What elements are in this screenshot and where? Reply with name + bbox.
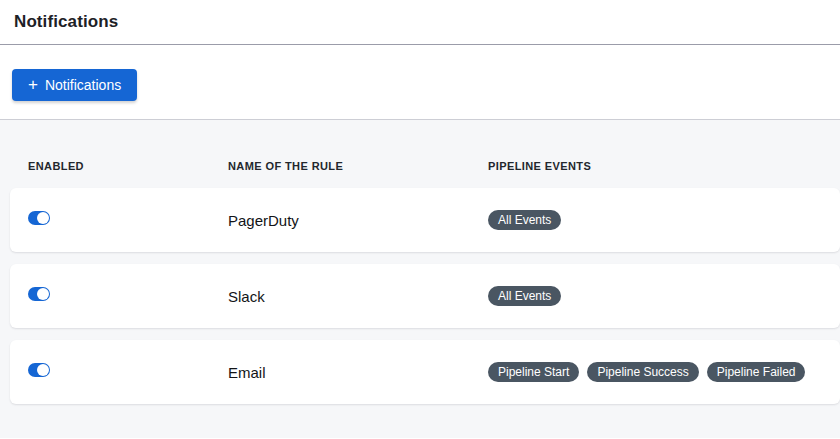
column-header-enabled: ENABLED [28, 160, 228, 172]
pipeline-events-cell: All Events [488, 210, 840, 230]
rule-name: Email [228, 364, 488, 381]
enabled-cell [28, 287, 228, 305]
pipeline-events-cell: All Events [488, 286, 840, 306]
rule-name: PagerDuty [228, 212, 488, 229]
enabled-toggle[interactable] [28, 211, 50, 225]
enabled-toggle[interactable] [28, 287, 50, 301]
plus-icon: + [28, 76, 38, 93]
enabled-cell [28, 363, 228, 381]
enabled-toggle[interactable] [28, 363, 50, 377]
column-header-pipeline-events: PIPELINE EVENTS [488, 160, 840, 172]
toggle-thumb [37, 288, 49, 300]
event-badge: Pipeline Success [587, 362, 698, 382]
toggle-thumb [37, 212, 49, 224]
table-row: Slack All Events [10, 264, 840, 328]
event-badge: All Events [488, 210, 561, 230]
page-header: Notifications [0, 0, 840, 45]
event-badge: Pipeline Failed [707, 362, 806, 382]
add-notifications-button-label: Notifications [45, 77, 121, 93]
pipeline-events-cell: Pipeline Start Pipeline Success Pipeline… [488, 362, 840, 382]
column-header-name-of-the-rule: NAME OF THE RULE [228, 160, 488, 172]
event-badge: All Events [488, 286, 561, 306]
event-badge: Pipeline Start [488, 362, 579, 382]
page-title: Notifications [14, 12, 826, 32]
notifications-table: ENABLED NAME OF THE RULE PIPELINE EVENTS… [0, 120, 840, 438]
toggle-thumb [37, 364, 49, 376]
table-row: Email Pipeline Start Pipeline Success Pi… [10, 340, 840, 404]
rule-name: Slack [228, 288, 488, 305]
table-header-row: ENABLED NAME OF THE RULE PIPELINE EVENTS [10, 160, 840, 172]
add-notifications-button[interactable]: + Notifications [12, 69, 137, 101]
table-row: PagerDuty All Events [10, 188, 840, 252]
toolbar: + Notifications [0, 45, 840, 120]
enabled-cell [28, 211, 228, 229]
